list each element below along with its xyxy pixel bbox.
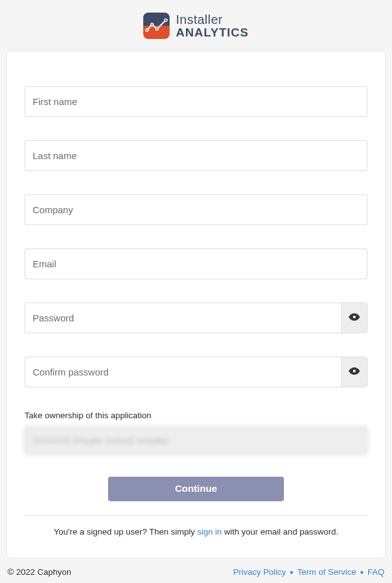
- logo-icon: [143, 13, 170, 39]
- first-name-input[interactable]: [24, 86, 368, 117]
- footer-separator: ●: [290, 569, 293, 575]
- confirm-password-input[interactable]: [24, 357, 341, 387]
- eye-icon: [349, 311, 360, 325]
- eye-icon: [349, 365, 360, 379]
- signin-link[interactable]: sign in: [197, 527, 222, 536]
- logo-text-bottom: ANALYTICS: [176, 26, 249, 40]
- header: Installer ANALYTICS: [0, 0, 392, 51]
- footer: © 2022 Caphyon Privacy Policy ● Term of …: [0, 558, 392, 583]
- logo-text-top: Installer: [176, 13, 249, 26]
- last-name-input[interactable]: [24, 140, 368, 171]
- svg-rect-2: [143, 21, 170, 26]
- ownership-input: [24, 426, 368, 455]
- copyright: © 2022 Caphyon: [8, 567, 72, 577]
- svg-point-11: [353, 316, 356, 319]
- toggle-confirm-password-visibility-button[interactable]: [341, 357, 368, 387]
- toggle-password-visibility-button[interactable]: [341, 303, 368, 333]
- signup-card: Take ownership of this application Conti…: [6, 51, 386, 558]
- divider: [24, 515, 368, 516]
- company-input[interactable]: [24, 194, 368, 225]
- svg-point-8: [151, 24, 153, 26]
- privacy-policy-link[interactable]: Privacy Policy: [233, 567, 286, 577]
- continue-button[interactable]: Continue: [108, 477, 284, 501]
- footer-links: Privacy Policy ● Term of Service ● FAQ: [233, 567, 384, 577]
- terms-of-service-link[interactable]: Term of Service: [297, 567, 356, 577]
- signin-prefix: You're a signed up user? Then simply: [54, 527, 197, 536]
- faq-link[interactable]: FAQ: [368, 567, 384, 577]
- signin-prompt: You're a signed up user? Then simply sig…: [24, 527, 368, 536]
- svg-point-10: [165, 19, 167, 21]
- logo-text: Installer ANALYTICS: [176, 13, 249, 40]
- svg-point-9: [156, 28, 158, 30]
- logo: Installer ANALYTICS: [143, 13, 249, 40]
- svg-point-12: [353, 370, 356, 373]
- ownership-label: Take ownership of this application: [24, 411, 368, 420]
- svg-point-7: [146, 30, 148, 31]
- password-input[interactable]: [24, 303, 341, 333]
- email-input[interactable]: [24, 248, 368, 279]
- footer-separator: ●: [360, 569, 364, 575]
- signin-suffix: with your email and password.: [222, 527, 338, 536]
